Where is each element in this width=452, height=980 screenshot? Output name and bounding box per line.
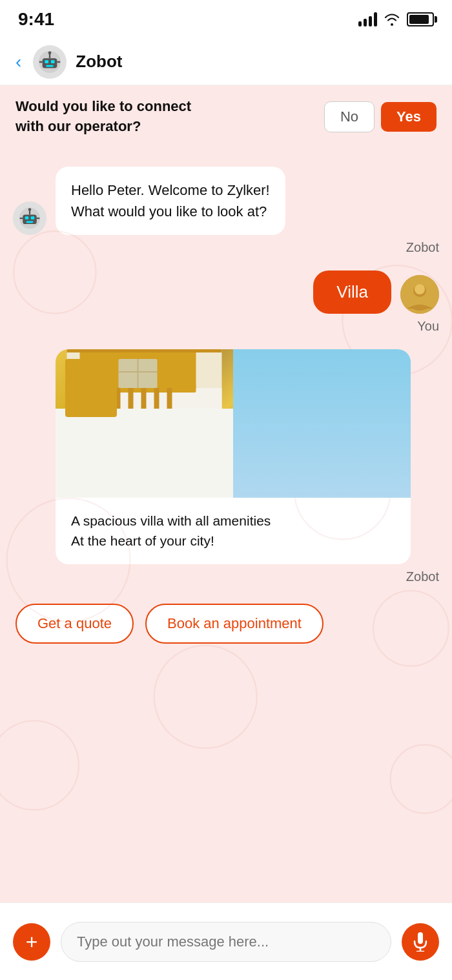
villa-description: A spacious villa with all amenitiesAt th… [56,498,411,564]
svg-rect-76 [261,436,264,449]
mic-button[interactable] [402,923,439,961]
svg-rect-41 [67,409,196,415]
svg-rect-74 [287,401,309,436]
robot-icon [37,50,62,74]
svg-rect-34 [90,385,95,414]
wifi-icon [384,13,400,26]
svg-rect-43 [67,349,222,352]
villa-right-illustration [233,349,411,498]
villa-card: A spacious villa with all amenitiesAt th… [56,349,411,564]
svg-rect-47 [103,440,138,491]
svg-rect-78 [283,436,286,449]
svg-rect-21 [31,216,34,219]
svg-rect-91 [316,353,319,385]
svg-rect-2 [45,60,49,63]
svg-rect-52 [93,469,183,491]
svg-rect-84 [369,478,373,498]
svg-rect-80 [351,433,380,472]
svg-point-50 [117,465,121,469]
svg-rect-35 [103,385,108,414]
svg-rect-89 [345,349,348,385]
svg-rect-38 [141,385,147,414]
message-input[interactable] [61,922,391,962]
book-appointment-button[interactable]: Book an appointment [145,604,324,644]
svg-rect-48 [106,443,120,488]
yes-button[interactable]: Yes [381,102,437,132]
user-avatar-inner [400,275,439,314]
svg-point-56 [149,459,159,469]
user-sender: You [13,319,439,334]
bot-greeting-sender: Zobot [13,240,439,255]
operator-banner: Would you like to connectwith our operat… [0,85,452,148]
svg-rect-64 [316,382,400,498]
input-area: + [0,903,452,980]
nav-bar: ‹ Zobot [0,39,452,85]
svg-rect-79 [294,436,297,449]
get-quote-button[interactable]: Get a quote [15,604,134,644]
operator-text: Would you like to connectwith our operat… [15,97,324,137]
user-message-row: Villa [13,271,439,314]
svg-point-15 [154,645,257,748]
plus-icon: + [26,932,38,952]
back-button[interactable]: ‹ [13,49,24,75]
no-button[interactable]: No [324,101,375,132]
svg-point-81 [362,452,366,456]
nav-title: Zobot [76,52,122,72]
svg-rect-73 [258,401,280,436]
user-avatar [400,275,439,314]
villa-image-left [56,349,233,498]
svg-point-85 [283,464,309,474]
svg-rect-71 [380,382,384,404]
add-attachment-button[interactable]: + [13,923,50,961]
svg-point-57 [165,464,174,473]
svg-rect-62 [245,446,400,498]
svg-rect-37 [128,385,134,414]
svg-rect-93 [342,353,345,385]
svg-rect-61 [245,349,400,498]
villa-image-right [233,349,411,498]
svg-point-29 [415,284,425,294]
svg-rect-49 [122,443,136,488]
villa-card-sender: Zobot [13,569,439,584]
svg-rect-69 [357,382,361,404]
svg-rect-94 [418,932,423,944]
villa-images [56,349,411,498]
villa-left-illustration [56,349,233,498]
svg-rect-66 [322,382,326,404]
svg-point-82 [359,459,382,498]
svg-rect-92 [329,353,332,385]
svg-rect-40 [167,385,172,414]
bot-greeting-text: Hello Peter. Welcome to Zylker!What woul… [71,182,270,219]
status-bar: 9:41 [0,0,452,39]
status-time: 9:41 [18,9,54,30]
svg-rect-59 [187,468,189,491]
villa-sender-label: Zobot [406,569,439,584]
svg-rect-68 [345,382,349,404]
svg-rect-90 [309,349,351,353]
svg-point-83 [378,471,396,498]
bot-greeting-bubble: Hello Peter. Welcome to Zylker!What woul… [56,167,285,235]
svg-rect-33 [77,385,82,414]
svg-point-53 [101,462,111,472]
svg-rect-39 [154,385,159,414]
bot-avatar-nav [33,45,67,79]
signal-icon [358,12,377,26]
action-buttons: Get a quote Book an appointment [13,597,439,657]
svg-rect-88 [309,349,313,385]
svg-rect-4 [46,65,54,66]
bot-greeting-row: Hello Peter. Welcome to Zylker!What woul… [13,167,439,235]
svg-point-54 [118,458,127,467]
bot-avatar-icon [18,207,41,230]
villa-description-text: A spacious villa with all amenitiesAt th… [71,513,271,549]
svg-rect-75 [258,436,309,442]
user-face-icon [400,275,439,314]
svg-rect-65 [319,382,396,388]
svg-rect-70 [369,382,373,404]
app-container: 9:41 ‹ [0,0,452,980]
svg-rect-20 [25,216,28,219]
user-villa-bubble: Villa [313,271,391,314]
svg-rect-36 [116,385,121,414]
svg-point-87 [267,481,287,489]
bot-avatar [13,201,46,235]
svg-point-16 [0,720,79,810]
